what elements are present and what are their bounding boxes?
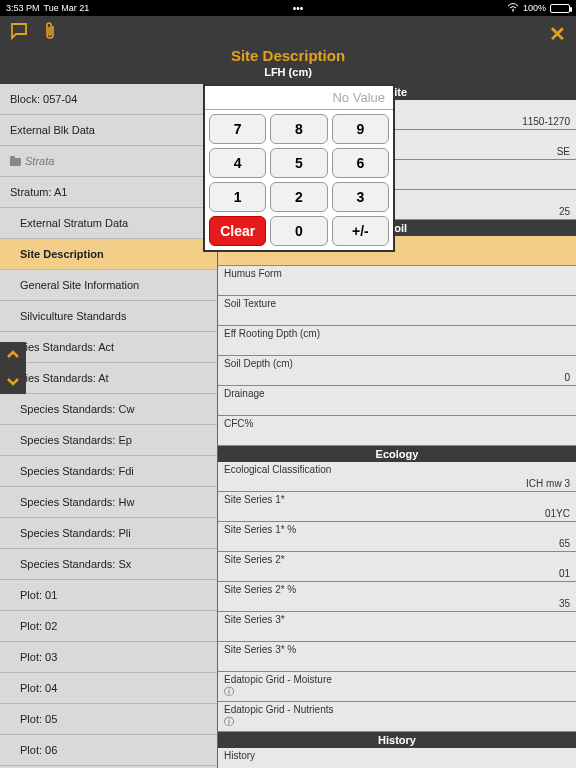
help-icon[interactable]: ⓘ: [224, 685, 570, 699]
keypad-digit-button[interactable]: 7: [209, 114, 266, 144]
keypad-digit-button[interactable]: 1: [209, 182, 266, 212]
sidebar-item[interactable]: cies Standards: Act: [0, 332, 217, 363]
sidebar-item[interactable]: Block: 057-04: [0, 84, 217, 115]
sidebar-item-label: Species Standards: Ep: [20, 434, 132, 446]
sidebar-item[interactable]: External Stratum Data: [0, 208, 217, 239]
field-row[interactable]: Humus Form: [218, 266, 576, 296]
sidebar-item-label: Silviculture Standards: [20, 310, 126, 322]
field-row[interactable]: Site Series 1* %65: [218, 522, 576, 552]
field-row[interactable]: CFC%: [218, 416, 576, 446]
sidebar-item-label: Species Standards: Fdi: [20, 465, 134, 477]
field-row[interactable]: Site Series 2* %35: [218, 582, 576, 612]
keypad-sign-button[interactable]: +/-: [332, 216, 389, 246]
sidebar-item[interactable]: Stratum: A1: [0, 177, 217, 208]
field-row[interactable]: Edatopic Grid - Moistureⓘ: [218, 672, 576, 702]
field-label: History: [224, 750, 570, 761]
sidebar-item[interactable]: Plot: 03: [0, 642, 217, 673]
keypad-digit-button[interactable]: 0: [270, 216, 327, 246]
field-label: Site Series 2*: [224, 554, 570, 565]
close-icon[interactable]: ✕: [549, 22, 566, 46]
arrow-down-button[interactable]: [0, 368, 26, 394]
arrow-up-button[interactable]: [0, 342, 26, 368]
sidebar-item[interactable]: Silviculture Standards: [0, 301, 217, 332]
keypad-digit-button[interactable]: 9: [332, 114, 389, 144]
sidebar-item-label: Plot: 06: [20, 744, 57, 756]
field-row[interactable]: Eff Rooting Dpth (cm): [218, 326, 576, 356]
field-label: Site Series 3*: [224, 614, 570, 625]
help-icon[interactable]: ⓘ: [224, 715, 570, 729]
section-header: Ecology: [218, 446, 576, 462]
field-value: 01YC: [224, 508, 570, 519]
field-label: Ecological Classification: [224, 464, 570, 475]
field-row[interactable]: Site Series 1*01YC: [218, 492, 576, 522]
sidebar-item-label: External Blk Data: [10, 124, 95, 136]
field-value: 35: [224, 598, 570, 609]
sidebar-item[interactable]: cies Standards: At: [0, 363, 217, 394]
sidebar-item[interactable]: Species Standards: Ep: [0, 425, 217, 456]
keypad-digit-button[interactable]: 6: [332, 148, 389, 178]
app-header: ✕ Site Description LFH (cm): [0, 16, 576, 84]
field-row[interactable]: History: [218, 748, 576, 768]
sidebar-item-label: Species Standards: Cw: [20, 403, 134, 415]
sidebar-item[interactable]: Plot: 05: [0, 704, 217, 735]
sidebar-item[interactable]: Species Standards: Cw: [0, 394, 217, 425]
status-date: Tue Mar 21: [44, 3, 90, 13]
field-label: Drainage: [224, 388, 570, 399]
keypad-digit-button[interactable]: 2: [270, 182, 327, 212]
sidebar-item[interactable]: Species Standards: Fdi: [0, 456, 217, 487]
field-label: Eff Rooting Dpth (cm): [224, 328, 570, 339]
field-value: 0: [224, 372, 570, 383]
field-row[interactable]: Edatopic Grid - Nutrientsⓘ: [218, 702, 576, 732]
sidebar-item-label: Species Standards: Hw: [20, 496, 134, 508]
sidebar-item[interactable]: Plot: 04: [0, 673, 217, 704]
field-label: Soil Depth (cm): [224, 358, 570, 369]
attachment-icon[interactable]: [42, 22, 58, 45]
comment-icon[interactable]: [10, 22, 28, 45]
page-title: Site Description: [0, 47, 576, 64]
field-row[interactable]: Soil Depth (cm)0: [218, 356, 576, 386]
keypad-digit-button[interactable]: 3: [332, 182, 389, 212]
field-value: ICH mw 3: [224, 478, 570, 489]
sidebar-item[interactable]: Species Standards: Pli: [0, 518, 217, 549]
status-time: 3:53 PM: [6, 3, 40, 13]
sidebar-item-label: Plot: 02: [20, 620, 57, 632]
sidebar-item-label: cies Standards: Act: [20, 341, 114, 353]
keypad-digit-button[interactable]: 5: [270, 148, 327, 178]
field-row[interactable]: Drainage: [218, 386, 576, 416]
wifi-icon: [507, 3, 519, 14]
sidebar: Block: 057-04External Blk DataStrataStra…: [0, 84, 218, 768]
battery-icon: [550, 4, 570, 13]
sidebar-item[interactable]: Species Standards: Hw: [0, 487, 217, 518]
status-bar: 3:53 PM Tue Mar 21 ••• 100%: [0, 0, 576, 16]
numeric-keypad: No Value 789456123Clear0+/-: [203, 84, 395, 252]
sidebar-item[interactable]: External Blk Data: [0, 115, 217, 146]
field-label: Soil Texture: [224, 298, 570, 309]
field-row[interactable]: Site Series 3*: [218, 612, 576, 642]
field-value: 01: [224, 568, 570, 579]
keypad-digit-button[interactable]: 8: [270, 114, 327, 144]
field-label: Site Series 1* %: [224, 524, 570, 535]
sidebar-item[interactable]: Site Description: [0, 239, 217, 270]
keypad-clear-button[interactable]: Clear: [209, 216, 266, 246]
sidebar-item-label: Species Standards: Pli: [20, 527, 131, 539]
field-row[interactable]: Site Series 2*01: [218, 552, 576, 582]
sidebar-item-label: Site Description: [20, 248, 104, 260]
field-row[interactable]: Site Series 3* %: [218, 642, 576, 672]
sidebar-item-label: Plot: 01: [20, 589, 57, 601]
field-label: Edatopic Grid - Moisture: [224, 674, 570, 685]
sidebar-item[interactable]: Strata: [0, 146, 217, 177]
field-row[interactable]: Soil Texture: [218, 296, 576, 326]
battery-pct: 100%: [523, 3, 546, 13]
section-header: History: [218, 732, 576, 748]
field-row[interactable]: Ecological ClassificationICH mw 3: [218, 462, 576, 492]
sidebar-item[interactable]: Plot: 06: [0, 735, 217, 766]
sidebar-item-label: External Stratum Data: [20, 217, 128, 229]
field-label: Humus Form: [224, 268, 570, 279]
sidebar-item[interactable]: Species Standards: Sx: [0, 549, 217, 580]
keypad-display: No Value: [205, 86, 393, 110]
sidebar-item[interactable]: General Site Information: [0, 270, 217, 301]
sidebar-item[interactable]: Plot: 01: [0, 580, 217, 611]
sidebar-item[interactable]: Plot: 02: [0, 611, 217, 642]
keypad-digit-button[interactable]: 4: [209, 148, 266, 178]
field-label: CFC%: [224, 418, 570, 429]
